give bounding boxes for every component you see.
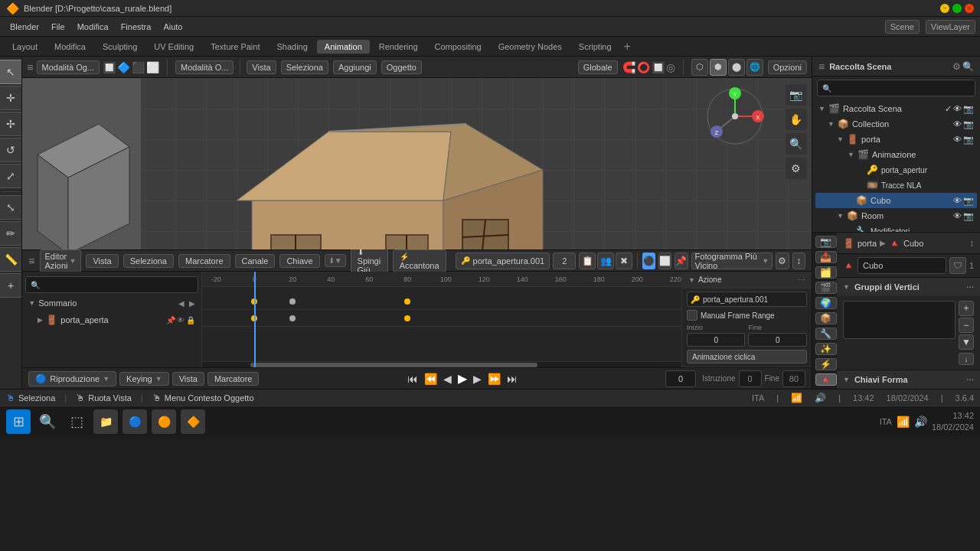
- current-frame-input[interactable]: 0: [665, 370, 696, 387]
- tab-scripting[interactable]: Scripting: [571, 40, 619, 54]
- menu-file[interactable]: File: [46, 21, 70, 33]
- action-selector[interactable]: 🔑 porta_apertura.001: [456, 253, 550, 269]
- tool-cursor[interactable]: ✛: [0, 86, 22, 110]
- record-btn[interactable]: ⚫: [642, 253, 655, 269]
- cubo-visible[interactable]: 👁: [953, 196, 962, 206]
- action-new-btn[interactable]: 📋: [579, 253, 596, 269]
- vg-down-icon[interactable]: ↓: [959, 353, 974, 365]
- menu-edit[interactable]: Modifica: [72, 21, 114, 33]
- prop-edit-icon[interactable]: ⭕: [637, 61, 650, 73]
- prop-mesh-label[interactable]: Cubo: [903, 239, 923, 248]
- tl-channel-btn[interactable]: Canale: [235, 254, 276, 268]
- start-value[interactable]: 0: [687, 333, 746, 347]
- taskbar-app3[interactable]: 🟠: [152, 409, 176, 434]
- pb-view-btn[interactable]: Vista: [172, 372, 204, 386]
- tree-porta-apertur[interactable]: ▶ 🔑 porta_apertur: [815, 162, 977, 178]
- menu-blender[interactable]: Blender: [5, 21, 44, 33]
- play-pause-btn[interactable]: ▶: [456, 371, 469, 386]
- vp-icon-4[interactable]: ⬜: [146, 61, 159, 73]
- prop-particles-btn[interactable]: ✨: [815, 343, 837, 355]
- object-btn[interactable]: Oggetto: [381, 60, 422, 74]
- room-visible[interactable]: 👁: [953, 211, 962, 221]
- prop-output-icon-btn[interactable]: 📤: [815, 251, 837, 263]
- sk-more[interactable]: ⋯: [966, 376, 974, 384]
- xray-icon[interactable]: ◎: [666, 61, 675, 73]
- porta-visible[interactable]: 👁: [953, 135, 962, 145]
- tl-search[interactable]: 🔍: [25, 276, 198, 293]
- jump-start-btn[interactable]: ⏮: [406, 373, 420, 385]
- tree-porta[interactable]: ▼ 🚪 porta 👁 📷: [815, 132, 977, 147]
- track-mute-icon[interactable]: 🔒: [186, 316, 195, 324]
- tl-mode-selector[interactable]: ⬇▼: [325, 254, 346, 267]
- action-section-more[interactable]: ⋯: [798, 276, 805, 284]
- menu-window[interactable]: Finestra: [116, 21, 157, 33]
- tool-add[interactable]: +: [0, 273, 22, 298]
- tl-select-btn[interactable]: Seleziona: [123, 254, 174, 268]
- tree-scene-collection[interactable]: ▼ 🎬 Raccolta Scena ✓ 👁 📷: [815, 101, 977, 116]
- prop-world-btn[interactable]: 🌍: [815, 297, 837, 309]
- collection-render[interactable]: 📷: [963, 119, 974, 129]
- track-pin-icon[interactable]: 📌: [166, 316, 175, 324]
- mesh-name-field[interactable]: Cubo: [858, 257, 946, 274]
- manual-frame-checkbox[interactable]: [687, 310, 697, 321]
- vertex-groups-header[interactable]: ▼ Gruppi di Vertici ⋯: [837, 278, 980, 296]
- prop-physics-btn[interactable]: ⚡: [815, 358, 837, 370]
- outliner-search-input[interactable]: [835, 83, 970, 93]
- tool-transform[interactable]: ⤡: [0, 195, 22, 220]
- search-viewport-btn[interactable]: ⚙: [786, 158, 807, 179]
- snap-icon[interactable]: 🧲: [622, 61, 635, 73]
- prop-expand-icon[interactable]: ↕: [969, 238, 974, 249]
- editor-type-selector[interactable]: Editor Azioni ▼: [40, 249, 82, 272]
- scene-render[interactable]: 📷: [963, 104, 974, 114]
- scrollbar-thumb[interactable]: [250, 363, 537, 367]
- filter-icon[interactable]: ⚙: [952, 61, 961, 72]
- action-frame-input[interactable]: 2: [553, 253, 576, 269]
- camera-btn[interactable]: 📷: [786, 84, 807, 106]
- vg-list[interactable]: [843, 301, 956, 339]
- cubo-render[interactable]: 📷: [963, 196, 974, 206]
- add-workspace-button[interactable]: +: [624, 40, 631, 54]
- track-arrow-right[interactable]: ▶: [189, 299, 195, 308]
- tl-track-summary[interactable]: ▼ Sommario ◀ ▶: [22, 295, 201, 311]
- prop-view-layer-btn[interactable]: 🗂️: [815, 266, 837, 279]
- tool-select[interactable]: ↖: [0, 60, 22, 84]
- wireframe-btn[interactable]: ⬡: [691, 59, 708, 76]
- taskbar-search[interactable]: 🔍: [35, 409, 60, 434]
- tl-settings-btn[interactable]: ⚙: [776, 253, 789, 269]
- taskbar-explorer[interactable]: 📁: [93, 409, 118, 434]
- tree-cubo[interactable]: ▶ 📦 Cubo 👁 📷: [815, 193, 977, 208]
- tab-compositing[interactable]: Compositing: [427, 40, 489, 54]
- viewport-gizmo[interactable]: X Y Z: [704, 86, 766, 147]
- tool-move[interactable]: ✢: [0, 112, 22, 136]
- keyframe-summary-80[interactable]: [404, 298, 410, 305]
- prop-object-btn[interactable]: 📦: [815, 312, 837, 324]
- prop-obj-label[interactable]: porta: [858, 239, 877, 248]
- timeline-scrollbar[interactable]: [202, 361, 681, 367]
- global-label[interactable]: Globale: [578, 60, 618, 74]
- tl-view-btn[interactable]: Vista: [86, 254, 118, 268]
- vp-icon-1[interactable]: 🔲: [103, 61, 116, 73]
- view-mode-btn[interactable]: Modalità O...: [175, 60, 234, 74]
- prop-modifier-btn[interactable]: 🔧: [815, 328, 837, 340]
- tab-texture-paint[interactable]: Texture Paint: [203, 40, 267, 54]
- prop-render-icon-btn[interactable]: 📷: [815, 236, 837, 248]
- track-arrow-left[interactable]: ◀: [178, 299, 185, 308]
- end-frame-input[interactable]: 80: [782, 370, 805, 387]
- step-fwd-btn[interactable]: ▶: [472, 373, 483, 385]
- tl-marker-btn[interactable]: Marcatore: [178, 254, 230, 268]
- scene-selector[interactable]: Scene: [885, 20, 920, 34]
- view-btn[interactable]: Vista: [247, 60, 276, 74]
- start-frame-input[interactable]: 0: [739, 370, 762, 387]
- shape-keys-header[interactable]: ▼ Chiavi Forma ⋯: [837, 370, 980, 389]
- task-view-btn[interactable]: ⬚: [64, 409, 89, 434]
- start-button[interactable]: ⊞: [6, 409, 31, 434]
- minimize-button[interactable]: −: [940, 4, 949, 13]
- options-btn[interactable]: Opzioni: [768, 60, 807, 74]
- taskbar-chrome[interactable]: 🔵: [122, 409, 147, 434]
- tab-animation[interactable]: Animation: [317, 40, 370, 54]
- prop-data-btn[interactable]: 🔺: [815, 373, 837, 386]
- pb-marker-btn[interactable]: Marcatore: [207, 372, 260, 386]
- tree-animazione[interactable]: ▼ 🎬 Animazione: [815, 147, 977, 162]
- keyframe-porta-20[interactable]: [289, 315, 296, 321]
- track-visible-icon[interactable]: 👁: [177, 316, 185, 324]
